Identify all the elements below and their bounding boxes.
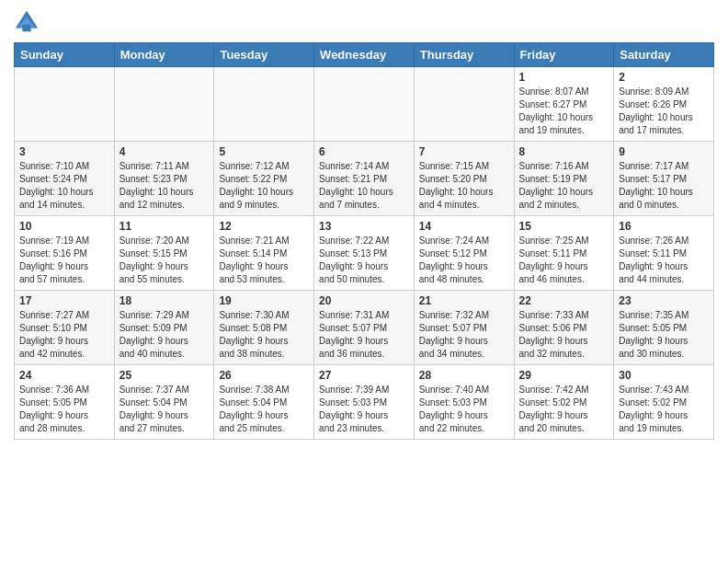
calendar-cell: 25Sunrise: 7:37 AM Sunset: 5:04 PM Dayli… bbox=[114, 365, 214, 440]
day-number: 1 bbox=[519, 71, 609, 84]
day-number: 14 bbox=[419, 220, 509, 233]
calendar-cell: 22Sunrise: 7:33 AM Sunset: 5:06 PM Dayli… bbox=[514, 291, 614, 365]
calendar-cell: 26Sunrise: 7:38 AM Sunset: 5:04 PM Dayli… bbox=[214, 365, 314, 440]
day-number: 26 bbox=[219, 369, 309, 382]
day-number: 7 bbox=[419, 145, 509, 158]
calendar-cell: 16Sunrise: 7:26 AM Sunset: 5:11 PM Dayli… bbox=[614, 216, 714, 291]
day-number: 4 bbox=[119, 145, 210, 158]
cell-info: Sunrise: 7:42 AM Sunset: 5:02 PM Dayligh… bbox=[519, 384, 609, 435]
cell-info: Sunrise: 7:33 AM Sunset: 5:06 PM Dayligh… bbox=[519, 309, 609, 361]
day-number: 13 bbox=[319, 220, 409, 233]
calendar-cell: 2Sunrise: 8:09 AM Sunset: 6:26 PM Daylig… bbox=[614, 67, 714, 142]
cell-info: Sunrise: 7:15 AM Sunset: 5:20 PM Dayligh… bbox=[419, 160, 509, 212]
cell-info: Sunrise: 8:07 AM Sunset: 6:27 PM Dayligh… bbox=[519, 86, 609, 137]
day-number: 9 bbox=[619, 145, 709, 158]
calendar-cell: 28Sunrise: 7:40 AM Sunset: 5:03 PM Dayli… bbox=[414, 365, 514, 440]
day-number: 28 bbox=[419, 369, 509, 382]
calendar-cell: 24Sunrise: 7:36 AM Sunset: 5:05 PM Dayli… bbox=[15, 365, 115, 440]
week-row-1: 1Sunrise: 8:07 AM Sunset: 6:27 PM Daylig… bbox=[15, 67, 714, 142]
cell-info: Sunrise: 7:32 AM Sunset: 5:07 PM Dayligh… bbox=[419, 309, 509, 361]
day-number: 24 bbox=[19, 369, 109, 382]
cell-info: Sunrise: 7:40 AM Sunset: 5:03 PM Dayligh… bbox=[419, 384, 509, 435]
header-cell-thursday: Thursday bbox=[414, 43, 514, 67]
cell-info: Sunrise: 8:09 AM Sunset: 6:26 PM Dayligh… bbox=[619, 86, 709, 137]
header-cell-sunday: Sunday bbox=[15, 43, 115, 67]
cell-info: Sunrise: 7:12 AM Sunset: 5:22 PM Dayligh… bbox=[219, 160, 309, 212]
day-number: 30 bbox=[619, 369, 709, 382]
cell-info: Sunrise: 7:11 AM Sunset: 5:23 PM Dayligh… bbox=[119, 160, 210, 212]
cell-info: Sunrise: 7:22 AM Sunset: 5:13 PM Dayligh… bbox=[319, 235, 409, 286]
calendar-cell bbox=[414, 67, 514, 142]
cell-info: Sunrise: 7:39 AM Sunset: 5:03 PM Dayligh… bbox=[319, 384, 409, 435]
day-number: 2 bbox=[619, 71, 709, 84]
week-row-3: 10Sunrise: 7:19 AM Sunset: 5:16 PM Dayli… bbox=[15, 216, 714, 291]
calendar-cell: 13Sunrise: 7:22 AM Sunset: 5:13 PM Dayli… bbox=[314, 216, 415, 291]
day-number: 21 bbox=[419, 294, 509, 307]
day-number: 29 bbox=[519, 369, 609, 382]
calendar-table: SundayMondayTuesdayWednesdayThursdayFrid… bbox=[14, 42, 714, 440]
page-header bbox=[14, 9, 714, 35]
cell-info: Sunrise: 7:20 AM Sunset: 5:15 PM Dayligh… bbox=[119, 235, 210, 286]
header-cell-saturday: Saturday bbox=[614, 43, 714, 67]
cell-info: Sunrise: 7:29 AM Sunset: 5:09 PM Dayligh… bbox=[119, 309, 210, 361]
cell-info: Sunrise: 7:21 AM Sunset: 5:14 PM Dayligh… bbox=[219, 235, 309, 286]
calendar-cell: 17Sunrise: 7:27 AM Sunset: 5:10 PM Dayli… bbox=[15, 291, 115, 365]
cell-info: Sunrise: 7:38 AM Sunset: 5:04 PM Dayligh… bbox=[219, 384, 309, 435]
svg-rect-2 bbox=[22, 25, 30, 31]
calendar-cell: 3Sunrise: 7:10 AM Sunset: 5:24 PM Daylig… bbox=[15, 142, 115, 216]
cell-info: Sunrise: 7:24 AM Sunset: 5:12 PM Dayligh… bbox=[419, 235, 509, 286]
calendar-cell: 29Sunrise: 7:42 AM Sunset: 5:02 PM Dayli… bbox=[514, 365, 614, 440]
calendar-cell bbox=[15, 67, 115, 142]
cell-info: Sunrise: 7:27 AM Sunset: 5:10 PM Dayligh… bbox=[19, 309, 109, 361]
calendar-cell: 9Sunrise: 7:17 AM Sunset: 5:17 PM Daylig… bbox=[614, 142, 714, 216]
header-cell-tuesday: Tuesday bbox=[214, 43, 314, 67]
day-number: 18 bbox=[119, 294, 210, 307]
header-row: SundayMondayTuesdayWednesdayThursdayFrid… bbox=[15, 43, 714, 67]
calendar-body: 1Sunrise: 8:07 AM Sunset: 6:27 PM Daylig… bbox=[15, 67, 714, 440]
day-number: 10 bbox=[19, 220, 109, 233]
calendar-header: SundayMondayTuesdayWednesdayThursdayFrid… bbox=[15, 43, 714, 67]
calendar-cell: 1Sunrise: 8:07 AM Sunset: 6:27 PM Daylig… bbox=[514, 67, 614, 142]
cell-info: Sunrise: 7:35 AM Sunset: 5:05 PM Dayligh… bbox=[619, 309, 709, 361]
day-number: 23 bbox=[619, 294, 709, 307]
cell-info: Sunrise: 7:37 AM Sunset: 5:04 PM Dayligh… bbox=[119, 384, 210, 435]
week-row-2: 3Sunrise: 7:10 AM Sunset: 5:24 PM Daylig… bbox=[15, 142, 714, 216]
calendar-cell: 27Sunrise: 7:39 AM Sunset: 5:03 PM Dayli… bbox=[314, 365, 415, 440]
day-number: 12 bbox=[219, 220, 309, 233]
day-number: 15 bbox=[519, 220, 609, 233]
cell-info: Sunrise: 7:25 AM Sunset: 5:11 PM Dayligh… bbox=[519, 235, 609, 286]
calendar-cell: 20Sunrise: 7:31 AM Sunset: 5:07 PM Dayli… bbox=[314, 291, 415, 365]
calendar-cell: 6Sunrise: 7:14 AM Sunset: 5:21 PM Daylig… bbox=[314, 142, 415, 216]
calendar-cell: 5Sunrise: 7:12 AM Sunset: 5:22 PM Daylig… bbox=[214, 142, 314, 216]
logo bbox=[14, 9, 43, 35]
calendar-cell: 21Sunrise: 7:32 AM Sunset: 5:07 PM Dayli… bbox=[414, 291, 514, 365]
calendar-cell: 18Sunrise: 7:29 AM Sunset: 5:09 PM Dayli… bbox=[114, 291, 214, 365]
calendar-cell: 30Sunrise: 7:43 AM Sunset: 5:02 PM Dayli… bbox=[614, 365, 714, 440]
calendar-cell: 8Sunrise: 7:16 AM Sunset: 5:19 PM Daylig… bbox=[514, 142, 614, 216]
cell-info: Sunrise: 7:43 AM Sunset: 5:02 PM Dayligh… bbox=[619, 384, 709, 435]
calendar-cell: 11Sunrise: 7:20 AM Sunset: 5:15 PM Dayli… bbox=[114, 216, 214, 291]
cell-info: Sunrise: 7:31 AM Sunset: 5:07 PM Dayligh… bbox=[319, 309, 409, 361]
cell-info: Sunrise: 7:16 AM Sunset: 5:19 PM Dayligh… bbox=[519, 160, 609, 212]
day-number: 19 bbox=[219, 294, 309, 307]
cell-info: Sunrise: 7:26 AM Sunset: 5:11 PM Dayligh… bbox=[619, 235, 709, 286]
calendar-cell: 23Sunrise: 7:35 AM Sunset: 5:05 PM Dayli… bbox=[614, 291, 714, 365]
cell-info: Sunrise: 7:30 AM Sunset: 5:08 PM Dayligh… bbox=[219, 309, 309, 361]
day-number: 5 bbox=[219, 145, 309, 158]
day-number: 20 bbox=[319, 294, 409, 307]
calendar-cell: 4Sunrise: 7:11 AM Sunset: 5:23 PM Daylig… bbox=[114, 142, 214, 216]
calendar-cell: 14Sunrise: 7:24 AM Sunset: 5:12 PM Dayli… bbox=[414, 216, 514, 291]
calendar-cell bbox=[314, 67, 415, 142]
day-number: 25 bbox=[119, 369, 210, 382]
cell-info: Sunrise: 7:17 AM Sunset: 5:17 PM Dayligh… bbox=[619, 160, 709, 212]
header-cell-monday: Monday bbox=[114, 43, 214, 67]
day-number: 3 bbox=[19, 145, 109, 158]
day-number: 17 bbox=[19, 294, 109, 307]
header-cell-friday: Friday bbox=[514, 43, 614, 67]
day-number: 11 bbox=[119, 220, 210, 233]
day-number: 22 bbox=[519, 294, 609, 307]
week-row-4: 17Sunrise: 7:27 AM Sunset: 5:10 PM Dayli… bbox=[15, 291, 714, 365]
day-number: 27 bbox=[319, 369, 409, 382]
cell-info: Sunrise: 7:36 AM Sunset: 5:05 PM Dayligh… bbox=[19, 384, 109, 435]
header-cell-wednesday: Wednesday bbox=[314, 43, 415, 67]
